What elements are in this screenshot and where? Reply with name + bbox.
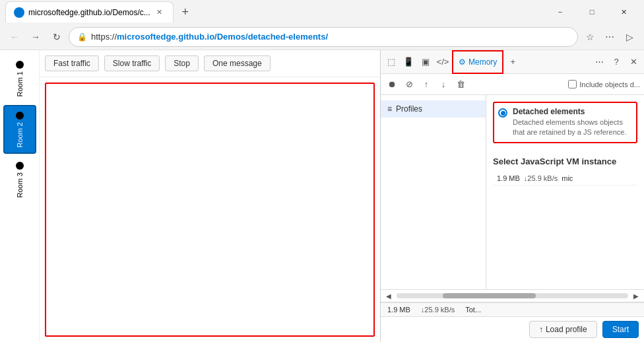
devtools-footer: ↑ Load profile Start (381, 316, 644, 342)
room-1-dot (16, 61, 24, 69)
devtools-status-bar: 1.9 MB ↓25.9 kB/s Tot... (381, 302, 644, 316)
tab-bar: microsoftedge.github.io/Demos/c... ✕ + (5, 1, 542, 22)
devtools-record-button[interactable]: ⏺ (385, 77, 399, 92)
include-objects-checkbox-area[interactable]: Include objects d... (568, 80, 640, 88)
load-profile-label: Load profile (546, 325, 587, 334)
title-bar: microsoftedge.github.io/Demos/c... ✕ + −… (0, 0, 644, 24)
room-3-label: Room 3 (16, 172, 24, 198)
webpage: Room 1 Room 2 Room 3 Fast traffic Slow t… (0, 50, 380, 342)
devtools-help-button[interactable]: ? (608, 54, 624, 70)
status-speed: ↓25.9 kB/s (421, 306, 455, 314)
devtools-inspect-button[interactable]: ⬚ (383, 54, 399, 70)
devtools-add-tab-button[interactable]: + (505, 54, 521, 70)
start-label: Start (612, 325, 629, 334)
main-content: Fast traffic Slow traffic Stop One messa… (40, 50, 380, 342)
detached-elements-description: Detached elements shows objects that are… (513, 118, 632, 138)
devtools-download-button[interactable]: ↓ (436, 77, 451, 92)
radio-inner (501, 111, 505, 116)
profiles-sidebar-item[interactable]: ≡ Profiles (381, 100, 486, 118)
tab-favicon (14, 7, 24, 18)
close-button[interactable]: ✕ (608, 1, 639, 22)
minimize-button[interactable]: − (545, 1, 575, 22)
include-objects-checkbox[interactable] (568, 80, 577, 88)
vm-list: 1.9 MB ↓25.9 kB/s mic (493, 172, 637, 283)
refresh-button[interactable]: ↻ (48, 28, 66, 46)
devtools-scrollbar: ◀ ▶ (381, 289, 644, 302)
vm-list-item[interactable]: 1.9 MB ↓25.9 kB/s mic (493, 172, 637, 186)
detached-elements-label: Detached elements (513, 107, 632, 116)
devtools-sidebar: ≡ Profiles (381, 95, 486, 289)
devtools-memory-tab[interactable]: ⚙ Memory (452, 50, 503, 74)
fast-traffic-button[interactable]: Fast traffic (45, 55, 99, 71)
devtools-panel: ⬚ 📱 ▣ </> ⚙ Memory + ⋯ ? ✕ ⏺ ⊘ ↑ ↓ (380, 50, 644, 342)
devtools-layers-button[interactable]: ▣ (418, 54, 434, 70)
include-objects-label: Include objects d... (579, 81, 640, 88)
stop-button[interactable]: Stop (165, 55, 199, 71)
devtools-elements-button[interactable]: </> (435, 54, 451, 70)
devtools-upload-button[interactable]: ↑ (419, 77, 434, 92)
devtools-header: ⬚ 📱 ▣ </> ⚙ Memory + ⋯ ? ✕ (381, 50, 644, 74)
status-memory: 1.9 MB (387, 306, 410, 314)
window-controls: − □ ✕ (545, 1, 639, 22)
new-tab-button[interactable]: + (176, 3, 195, 21)
devtools-device-button[interactable]: 📱 (401, 54, 416, 70)
rooms-sidebar: Room 1 Room 2 Room 3 (0, 50, 40, 342)
scroll-right-button[interactable]: ▶ (631, 291, 641, 301)
vm-name: mic (562, 174, 573, 182)
devtools-clear-button[interactable]: 🗑 (453, 77, 468, 92)
one-message-button[interactable]: One message (204, 55, 271, 71)
vm-section-title: Select JavaScript VM instance (493, 156, 637, 166)
lock-icon: 🔒 (77, 32, 87, 42)
back-button[interactable]: ← (5, 28, 24, 46)
sidebar-toggle-button[interactable]: ▷ (620, 28, 639, 46)
profiles-icon: ≡ (387, 104, 392, 114)
scroll-track[interactable] (397, 293, 628, 298)
vm-memory: 1.9 MB (497, 174, 520, 182)
load-profile-icon: ↑ (539, 325, 543, 334)
status-total: Tot... (465, 306, 481, 314)
content-area: Room 1 Room 2 Room 3 Fast traffic Slow t… (0, 50, 644, 342)
room-1-item[interactable]: Room 1 (3, 55, 36, 102)
detached-elements-radio[interactable] (498, 108, 507, 118)
memory-tab-label: Memory (468, 57, 497, 67)
settings-button[interactable]: ⋯ (600, 28, 619, 46)
url-bar[interactable]: 🔒 https://microsoftedge.github.io/Demos/… (69, 27, 578, 47)
scroll-thumb[interactable] (443, 293, 535, 298)
room-1-label: Room 1 (16, 71, 24, 97)
chat-area (45, 83, 375, 337)
room-2-label: Room 2 (16, 122, 24, 148)
devtools-main-panel: Detached elements Detached elements show… (486, 95, 644, 289)
detached-elements-text: Detached elements Detached elements show… (513, 107, 632, 138)
scroll-left-button[interactable]: ◀ (383, 291, 394, 301)
memory-icon: ⚙ (459, 57, 466, 67)
tab-title: microsoftedge.github.io/Demos/c... (28, 8, 150, 17)
room-3-item[interactable]: Room 3 (3, 156, 36, 203)
url-path: /Demos/detached-elements/ (214, 32, 328, 42)
favorites-button[interactable]: ☆ (581, 28, 599, 46)
slow-traffic-button[interactable]: Slow traffic (104, 55, 160, 71)
tab-close-button[interactable]: ✕ (154, 7, 165, 18)
vm-speed: ↓25.9 kB/s (524, 174, 558, 182)
webpage-toolbar: Fast traffic Slow traffic Stop One messa… (40, 50, 380, 77)
url-domain: microsoftedge.github.io (117, 32, 214, 42)
address-bar: ← → ↻ 🔒 https://microsoftedge.github.io/… (0, 24, 644, 50)
room-3-dot (16, 162, 24, 170)
profiles-label: Profiles (396, 104, 422, 114)
maximize-button[interactable]: □ (577, 1, 607, 22)
devtools-more-button[interactable]: ⋯ (591, 54, 607, 70)
devtools-close-button[interactable]: ✕ (626, 54, 641, 70)
browser-window: microsoftedge.github.io/Demos/c... ✕ + −… (0, 0, 644, 342)
active-tab[interactable]: microsoftedge.github.io/Demos/c... ✕ (5, 1, 174, 22)
forward-button[interactable]: → (26, 28, 45, 46)
detached-elements-option[interactable]: Detached elements Detached elements show… (493, 102, 637, 143)
room-2-dot (16, 112, 24, 120)
devtools-subheader: ⏺ ⊘ ↑ ↓ 🗑 Include objects d... (381, 74, 644, 95)
room-2-item[interactable]: Room 2 (3, 105, 36, 154)
devtools-stop-record-button[interactable]: ⊘ (402, 77, 416, 92)
load-profile-button[interactable]: ↑ Load profile (529, 321, 597, 338)
devtools-body: ≡ Profiles Detached elements Detached el… (381, 95, 644, 289)
url-text: https://microsoftedge.github.io/Demos/de… (91, 32, 569, 42)
start-button[interactable]: Start (602, 321, 639, 338)
address-actions: ☆ ⋯ ▷ (581, 28, 639, 46)
